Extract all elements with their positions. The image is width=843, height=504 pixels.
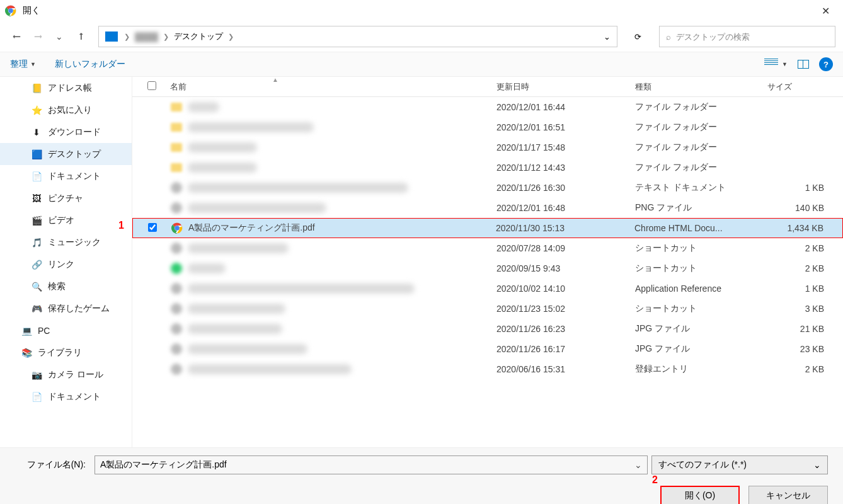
file-checkbox[interactable] [148,223,157,232]
search-icon: 🔍 [30,281,43,292]
video-icon: 🎬 [30,215,43,226]
column-headers: 名前▲ 更新日時 種類 サイズ [132,77,843,97]
file-list: 名前▲ 更新日時 種類 サイズ 1 2020/12/01 16:44 ファイル … [132,77,843,447]
view-mode-button[interactable]: ▼ [764,59,788,70]
file-icon [170,262,183,275]
refresh-button[interactable]: ⟳ [626,26,649,47]
open-button[interactable]: 開く(O) [660,486,740,504]
annotation-1: 1 [118,220,124,231]
chevron-right-icon: ❯ [228,33,234,41]
column-name[interactable]: 名前▲ [165,81,496,93]
links-icon: 🔗 [30,259,43,270]
organize-menu[interactable]: 整理▼ [10,59,36,70]
sidebar-item[interactable]: 🎮保存したゲーム [0,297,132,319]
column-date[interactable]: 更新日時 [496,81,635,93]
breadcrumb[interactable]: ❯ ████ ❯ デスクトップ ❯ ⌄ [98,26,617,47]
file-icon [170,202,183,214]
file-icon [170,161,183,174]
column-kind[interactable]: 種類 [635,81,767,93]
file-row[interactable]: 2020/06/16 15:31 登録エントリ 2 KB [132,359,843,379]
file-row[interactable]: 2020/11/12 14:43 ファイル フォルダー [132,158,843,178]
file-icon [170,302,183,315]
camera-icon: 📷 [30,369,43,381]
search-box[interactable]: ⌕ [659,26,835,47]
file-row[interactable]: 2020/11/26 16:17 JPG ファイル 23 KB [132,339,843,359]
sidebar-item[interactable]: ⭐お気に入り [0,99,132,121]
breadcrumb-blur: ████ [132,32,161,42]
music-icon: 🎵 [30,237,43,248]
favorites-icon: ⭐ [30,105,43,116]
document-icon: 📄 [30,391,43,403]
chrome-icon [5,5,16,16]
chevron-down-icon[interactable]: ⌄ [604,32,611,42]
breadcrumb-item[interactable]: デスクトップ [171,31,226,42]
file-row[interactable]: 2020/11/17 15:48 ファイル フォルダー [132,137,843,158]
sidebar-item[interactable]: 📄ドキュメント [0,165,132,187]
sidebar-item[interactable]: 📒アドレス帳 [0,77,132,99]
chevron-down-icon[interactable]: ⌄ [634,460,642,470]
file-row[interactable]: 2020/12/01 16:48 PNG ファイル 140 KB [132,198,843,218]
nav-history[interactable]: ⌄ [50,28,68,45]
sidebar-item[interactable]: 🎬ビデオ [0,209,132,231]
new-folder-button[interactable]: 新しいフォルダー [55,59,125,70]
nav-bar: 🠔 🠖 ⌄ 🠕 ❯ ████ ❯ デスクトップ ❯ ⌄ ⟳ ⌕ [0,21,843,52]
preview-pane-button[interactable] [798,60,809,69]
file-row[interactable]: A製品のマーケティング計画.pdf 2020/11/30 15:13 Chrom… [132,218,843,238]
file-icon [170,282,183,295]
chrome-icon [171,222,183,234]
pc-icon: 💻 [20,325,33,336]
sidebar-item[interactable]: ⬇ダウンロード [0,121,132,143]
window-title: 開く [23,5,813,16]
library-icon: 📚 [20,347,33,358]
chevron-down-icon[interactable]: ⌄ [813,460,821,470]
close-button[interactable]: ✕ [813,1,838,20]
file-row[interactable]: 2020/07/28 14:09 ショートカット 2 KB [132,238,843,258]
sidebar-item[interactable]: 📚ライブラリ [0,341,132,364]
file-row[interactable]: 2020/11/26 16:23 JPG ファイル 21 KB [132,319,843,339]
chevron-right-icon: ❯ [163,33,169,41]
filetype-filter[interactable]: すべてのファイル (*.*) ⌄ [651,455,828,474]
file-icon [171,222,183,234]
file-icon [170,242,183,255]
toolbar: 整理▼ 新しいフォルダー ▼ ? [0,52,843,77]
desktop-icon: 🟦 [30,149,43,160]
file-icon [170,141,183,154]
sidebar-item[interactable]: 📄ドキュメント [0,386,132,408]
desktop-icon [105,32,118,42]
download-icon: ⬇ [30,127,43,138]
pictures-icon: 🖼 [30,193,43,204]
annotation-2: 2 [652,474,658,486]
file-icon [170,363,183,375]
file-row[interactable]: 2020/11/26 16:30 テキスト ドキュメント 1 KB [132,178,843,198]
filename-input[interactable]: A製品のマーケティング計画.pdf ⌄ [95,455,648,474]
sidebar-item[interactable]: 🎵ミュージック [0,231,132,253]
file-icon [170,101,183,113]
sidebar-item[interactable]: 📷カメラ ロール [0,364,132,386]
nav-up[interactable]: 🠕 [72,28,89,45]
addressbook-icon: 📒 [30,83,43,94]
games-icon: 🎮 [30,303,43,314]
sidebar-item[interactable]: 🔗リンク [0,253,132,275]
file-row[interactable]: 2020/12/01 16:44 ファイル フォルダー [132,97,843,117]
file-row[interactable]: 2020/11/23 15:02 ショートカット 3 KB [132,299,843,319]
search-input[interactable] [676,32,829,42]
file-row[interactable]: 2020/09/15 9:43 ショートカット 2 KB [132,258,843,278]
sidebar-item[interactable]: 💻PC [0,319,132,341]
filename-label: ファイル名(N): [15,459,91,471]
help-button[interactable]: ? [819,57,833,71]
file-row[interactable]: 2020/10/02 14:10 Application Reference 1… [132,278,843,299]
file-row[interactable]: 2020/12/01 16:51 ファイル フォルダー [132,117,843,137]
cancel-button[interactable]: キャンセル [748,486,828,504]
sidebar-item[interactable]: 🖼ピクチャ [0,187,132,209]
select-all-checkbox[interactable] [147,81,156,90]
sidebar-item[interactable]: 🟦デスクトップ [0,143,132,165]
file-icon [170,323,183,335]
sidebar-item[interactable]: 🔍検索 [0,275,132,297]
nav-forward[interactable]: 🠖 [29,28,47,45]
nav-back[interactable]: 🠔 [8,28,25,45]
column-size[interactable]: サイズ [767,81,843,93]
file-icon [170,181,183,194]
chevron-right-icon: ❯ [124,33,130,41]
file-icon [170,343,183,355]
title-bar: 開く ✕ [0,0,843,21]
